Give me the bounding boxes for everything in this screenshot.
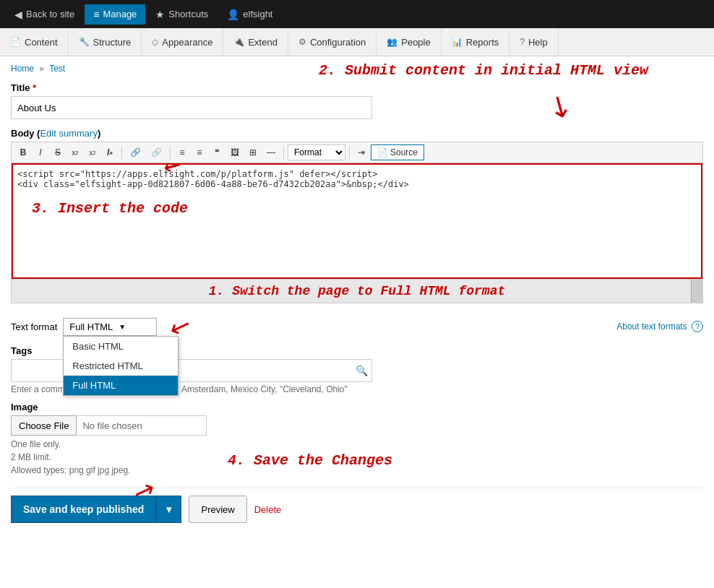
nav-configuration[interactable]: ⚙ Configuration	[288, 28, 377, 56]
remove-format-btn[interactable]: Ix	[102, 144, 118, 160]
manage-btn[interactable]: ≡ Manage	[85, 4, 145, 25]
title-group: Title *	[11, 82, 703, 119]
sep3	[283, 146, 284, 159]
sep4	[349, 146, 350, 159]
unlink-btn[interactable]: 🔗	[147, 144, 166, 160]
manage-icon: ≡	[93, 9, 99, 20]
nav-reports[interactable]: 📊 Reports	[442, 28, 510, 56]
italic-btn[interactable]: I	[33, 144, 48, 160]
nav-people[interactable]: 👥 People	[377, 28, 441, 56]
appearance-icon: ◇	[152, 37, 158, 47]
main-content: 2. Submit content in initial HTML view ↘…	[0, 56, 714, 537]
annotation-step1-bar: 1. Switch the page to Full HTML format	[12, 279, 702, 303]
content-icon: 📄	[10, 37, 21, 47]
edit-summary-link[interactable]: Edit summary	[40, 128, 97, 139]
title-label: Title *	[11, 82, 703, 93]
nav-content[interactable]: 📄 Content	[0, 28, 69, 56]
format-select[interactable]: Format	[288, 144, 345, 160]
nav-structure[interactable]: 🔧 Structure	[69, 28, 142, 56]
chevron-down-icon: ▼	[119, 323, 126, 331]
shortcuts-btn[interactable]: ★ Shortcuts	[147, 4, 217, 25]
tags-search-icon: 🔍	[356, 365, 368, 376]
reports-icon: 📊	[452, 37, 463, 47]
title-input[interactable]	[11, 96, 372, 119]
annotation-step3: 3. Insert the code	[17, 189, 697, 220]
about-formats-link[interactable]: About text formats ?	[616, 321, 703, 332]
help-circle-icon: ?	[692, 321, 703, 332]
source-btn[interactable]: 📄 Source	[371, 144, 424, 160]
link-btn[interactable]: 🔗	[126, 144, 145, 160]
image-section: Image Choose File No file chosen One fil…	[11, 402, 703, 477]
editor-body[interactable]: <script src="https://apps.elfsight.com/p…	[12, 163, 702, 279]
save-btn[interactable]: Save and keep published	[11, 496, 156, 523]
annotation3-container: ↗ 3. Insert the code	[17, 189, 697, 247]
structure-icon: 🔧	[79, 37, 90, 47]
format-selected-value: Full HTML	[69, 321, 113, 332]
choose-file-btn[interactable]: Choose File	[11, 415, 77, 436]
config-icon: ⚙	[298, 37, 306, 47]
blockquote-btn[interactable]: ❝	[209, 144, 225, 160]
save-btn-wrapper: Save and keep published ▼	[11, 496, 181, 523]
editor-code-line2: <div class="elfsight-app-0d821807-6d06-4…	[17, 179, 697, 189]
bold-btn[interactable]: B	[15, 144, 31, 160]
save-dropdown-icon: ▼	[164, 504, 173, 515]
people-icon: 👥	[387, 37, 397, 47]
delete-link[interactable]: Delete	[254, 504, 282, 515]
file-input-wrapper: Choose File No file chosen	[11, 415, 703, 436]
nav-appearance[interactable]: ◇ Appearance	[142, 28, 223, 56]
superscript-btn[interactable]: x2	[67, 144, 83, 160]
text-format-row: Text format Full HTML ▼ Basic HTML Restr…	[11, 312, 703, 341]
numbered-list-btn[interactable]: ≡	[192, 144, 207, 160]
star-icon: ★	[155, 9, 165, 20]
preview-btn[interactable]: Preview	[189, 496, 246, 523]
format-dropdown-menu: Basic HTML Restricted HTML Full HTML	[63, 336, 178, 396]
user-icon: 👤	[227, 9, 239, 20]
sep2	[170, 146, 171, 159]
image-label: Image	[11, 402, 703, 412]
source-icon: 📄	[377, 147, 388, 157]
editor-container: B I S x2 x2 Ix 🔗 🔗 ≡ ≡ ❝ 🖼 ⊞ — Format	[11, 142, 703, 303]
nav-extend[interactable]: 🔌 Extend	[223, 28, 288, 56]
strikethrough-btn[interactable]: S	[50, 144, 66, 160]
format-dropdown-wrapper: Full HTML ▼ Basic HTML Restricted HTML F…	[63, 318, 157, 336]
editor-code-line1: <script src="https://apps.elfsight.com/p…	[17, 169, 697, 179]
breadcrumb-home[interactable]: Home	[11, 64, 34, 74]
format-option-restricted[interactable]: Restricted HTML	[64, 356, 178, 376]
save-dropdown-arrow[interactable]: ▼	[156, 496, 181, 523]
back-icon: ◀	[14, 9, 22, 20]
user-btn[interactable]: 👤 elfsight	[218, 4, 281, 25]
breadcrumb: Home » Test	[11, 64, 703, 74]
format-dropdown-btn[interactable]: Full HTML ▼	[63, 318, 157, 336]
body-group: Body (Edit summary) B I S x2 x2 Ix 🔗 🔗 ≡…	[11, 128, 703, 303]
hr-btn[interactable]: —	[262, 144, 280, 160]
editor-toolbar: B I S x2 x2 Ix 🔗 🔗 ≡ ≡ ❝ 🖼 ⊞ — Format	[12, 142, 702, 163]
top-nav: ◀ Back to site ≡ Manage ★ Shortcuts 👤 el…	[0, 0, 714, 28]
second-nav: 📄 Content 🔧 Structure ◇ Appearance 🔌 Ext…	[0, 28, 714, 56]
help-icon: ?	[520, 37, 525, 47]
format-option-basic[interactable]: Basic HTML	[64, 337, 178, 356]
text-format-label: Text format	[11, 321, 57, 332]
format-option-full[interactable]: Full HTML	[64, 376, 178, 395]
back-to-site-btn[interactable]: ◀ Back to site	[6, 4, 83, 25]
required-mark: *	[33, 82, 36, 93]
table-btn[interactable]: ⊞	[245, 144, 261, 160]
subscript-btn[interactable]: x2	[85, 144, 100, 160]
save-section: 4. Save the Changes ↙ Save and keep publ…	[11, 488, 703, 530]
nav-help[interactable]: ? Help	[509, 28, 558, 56]
page-break-btn[interactable]: ⇥	[353, 144, 369, 160]
sep1	[121, 146, 122, 159]
bullet-list-btn[interactable]: ≡	[174, 144, 190, 160]
extend-icon: 🔌	[233, 37, 244, 47]
scrollbar[interactable]	[691, 280, 702, 303]
file-name-display: No file chosen	[77, 415, 207, 436]
file-hint: One file only. 2 MB limit. Allowed types…	[11, 438, 703, 477]
breadcrumb-current: Test	[49, 64, 65, 74]
body-label: Body (Edit summary)	[11, 128, 703, 139]
image-btn[interactable]: 🖼	[226, 144, 244, 160]
